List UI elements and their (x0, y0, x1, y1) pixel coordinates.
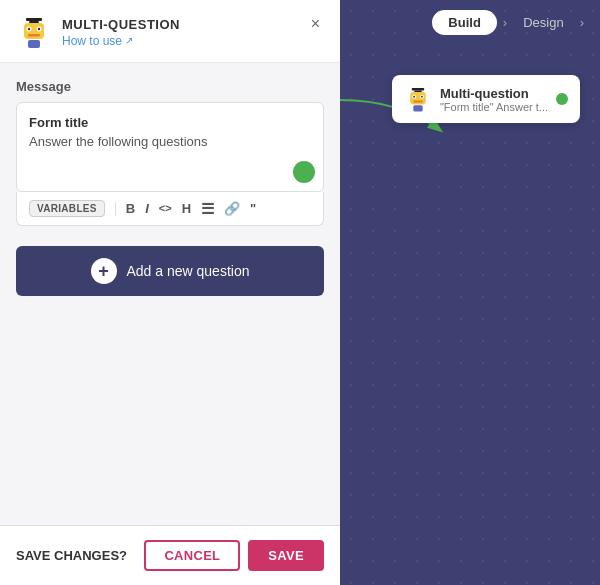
svg-rect-0 (26, 18, 42, 21)
svg-rect-18 (413, 105, 422, 111)
svg-rect-10 (412, 88, 424, 90)
svg-point-16 (421, 96, 423, 98)
node-subtitle: "Form title" Answer t... (440, 101, 548, 113)
italic-icon[interactable]: I (145, 202, 149, 215)
external-link-icon: ↗ (125, 35, 133, 46)
message-content: Answer the following questions (29, 134, 311, 149)
svg-rect-7 (28, 34, 40, 37)
canvas-panel: Build › Design › (340, 0, 600, 585)
green-dot (293, 161, 315, 183)
close-button[interactable]: × (307, 14, 324, 34)
svg-rect-2 (24, 23, 44, 39)
plus-icon: + (91, 258, 117, 284)
bottom-bar: SAVE CHANGES? CANCEL SAVE (0, 525, 340, 585)
canvas-topbar: Build › Design › (340, 0, 600, 45)
variables-button[interactable]: VARIABLES (29, 200, 105, 217)
message-box[interactable]: Form title Answer the following question… (16, 102, 324, 192)
header-text: MULTI-QUESTION How to use ↗ (62, 17, 180, 48)
cancel-button[interactable]: CANCEL (144, 540, 240, 571)
add-question-label: Add a new question (127, 263, 250, 279)
svg-rect-8 (28, 40, 40, 48)
panel-header: MULTI-QUESTION How to use ↗ × (0, 0, 340, 63)
add-question-button[interactable]: + Add a new question (16, 246, 324, 296)
code-icon[interactable]: <> (159, 203, 172, 214)
message-title: Form title (29, 115, 311, 130)
svg-rect-17 (413, 101, 422, 103)
chevron-right-icon-1: › (501, 15, 509, 30)
node-robot-icon (404, 85, 432, 113)
canvas-area: Multi-question "Form title" Answer t... (340, 45, 600, 585)
left-panel: MULTI-QUESTION How to use ↗ × Message Fo… (0, 0, 340, 585)
message-label: Message (16, 79, 324, 94)
tab-build[interactable]: Build (432, 10, 497, 35)
heading-icon[interactable]: H (182, 202, 191, 215)
header-left: MULTI-QUESTION How to use ↗ (16, 14, 180, 50)
panel-body: Message Form title Answer the following … (0, 63, 340, 525)
quote-icon[interactable]: " (250, 202, 256, 215)
svg-point-6 (38, 28, 40, 30)
node-card[interactable]: Multi-question "Form title" Answer t... (392, 75, 580, 123)
how-to-use-link[interactable]: How to use ↗ (62, 34, 180, 48)
toolbar-separator (115, 202, 116, 216)
robot-icon (16, 14, 52, 50)
bold-icon[interactable]: B (126, 202, 135, 215)
svg-point-5 (28, 28, 30, 30)
save-changes-label: SAVE CHANGES? (16, 548, 127, 563)
formatting-toolbar: VARIABLES B I <> H ☰ 🔗 " (16, 192, 324, 226)
save-button[interactable]: SAVE (248, 540, 324, 571)
svg-point-15 (413, 96, 415, 98)
node-text: Multi-question "Form title" Answer t... (440, 86, 548, 113)
bottom-actions: CANCEL SAVE (144, 540, 324, 571)
node-title: Multi-question (440, 86, 548, 101)
svg-rect-12 (410, 92, 426, 104)
panel-title: MULTI-QUESTION (62, 17, 180, 32)
svg-rect-1 (29, 21, 39, 23)
chevron-right-icon-2: › (578, 15, 586, 30)
list-icon[interactable]: ☰ (201, 201, 214, 216)
link-icon[interactable]: 🔗 (224, 202, 240, 215)
node-output-dot[interactable] (556, 93, 568, 105)
tab-design[interactable]: Design (513, 10, 573, 35)
svg-rect-11 (414, 90, 422, 92)
